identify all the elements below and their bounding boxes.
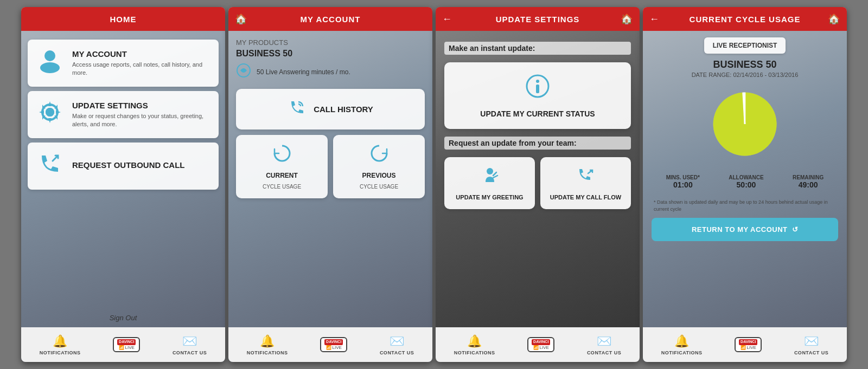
settings-card-desc: Make or request changes to your status, … — [72, 112, 210, 129]
update-call-flow-label: UPDATE MY CALL FLOW — [550, 194, 621, 200]
wifi-icon: 📶 — [119, 345, 124, 350]
svg-point-10 — [487, 168, 493, 174]
footer-notifications-3[interactable]: 🔔 NOTIFICATIONS — [454, 334, 495, 355]
remaining-label: REMAINING — [793, 174, 824, 180]
current-cycle-sub: CYCLE USAGE — [263, 184, 301, 190]
outbound-call-card[interactable]: REQUEST OUTBOUND CALL — [28, 143, 219, 190]
update-settings-card[interactable]: UPDATE SETTINGS Make or request changes … — [28, 91, 219, 138]
call-history-icon — [288, 98, 307, 121]
pie-svg — [710, 89, 780, 159]
home-content: MY ACCOUNT Access usage reports, call no… — [21, 31, 225, 327]
greeting-icon — [480, 166, 500, 190]
allowance-value: 50:00 — [729, 180, 763, 189]
call-history-button[interactable]: CALL HISTORY — [236, 89, 425, 130]
update-call-flow-button[interactable]: UPDATE MY CALL FLOW — [540, 157, 631, 209]
back-icon-3[interactable]: ← — [442, 14, 452, 25]
footer-notifications-4[interactable]: 🔔 NOTIFICATIONS — [661, 334, 703, 355]
davinci-badge-4: DAVINCI — [739, 339, 757, 345]
contact-label-2: CONTACT US — [380, 350, 414, 355]
home-footer: 🔔 NOTIFICATIONS DAVINCI 📶 LIVE ✉️ CONTAC… — [21, 327, 225, 362]
refresh-icon: ↺ — [792, 225, 799, 234]
contact-icon-2: ✉️ — [390, 334, 404, 348]
remaining-value: 49:00 — [793, 180, 824, 189]
footer-davinci-live-2[interactable]: DAVINCI 📶 LIVE — [320, 337, 347, 352]
usage-inner: LIVE RECEPTIONIST BUSINESS 50 DATE RANGE… — [643, 31, 847, 327]
footer-contact-us-4[interactable]: ✉️ CONTACT US — [794, 334, 828, 355]
wifi-icon-4: 📶 — [741, 345, 746, 350]
outbound-call-icon — [36, 150, 63, 182]
footer-notifications-2[interactable]: 🔔 NOTIFICATIONS — [247, 334, 288, 355]
home-nav-icon[interactable]: 🏠 — [235, 13, 247, 25]
wifi-icon-2: 📶 — [326, 345, 331, 350]
my-account-content-wrap: MY PRODUCTS BUSINESS 50 50 Live Answerin… — [228, 31, 432, 327]
notifications-label-4: NOTIFICATIONS — [661, 350, 703, 355]
footer-contact-us-3[interactable]: ✉️ CONTACT US — [587, 334, 621, 355]
previous-cycle-icon — [369, 144, 389, 167]
settings-icon — [36, 99, 63, 131]
account-card-title: MY ACCOUNT — [72, 49, 210, 59]
home-icon-4[interactable]: 🏠 — [828, 13, 840, 25]
screen-home: HOME MY ACCOUNT Access usage reports, ca… — [21, 7, 225, 362]
screens-container: HOME MY ACCOUNT Access usage reports, ca… — [0, 0, 868, 369]
update-status-button[interactable]: UPDATE MY CURRENT STATUS — [444, 62, 631, 129]
bell-icon-3: 🔔 — [467, 334, 482, 348]
sign-out-link[interactable]: Sign Out — [21, 308, 225, 327]
my-account-inner: MY PRODUCTS BUSINESS 50 50 Live Answerin… — [228, 31, 432, 327]
business-50-block: BUSINESS 50 DATE RANGE: 02/14/2016 - 03/… — [652, 59, 838, 78]
update-team-buttons: UPDATE MY GREETING UPDATE MY CALL FLOW — [444, 157, 631, 209]
footer-davinci-live-3[interactable]: DAVINCI 📶 LIVE — [527, 337, 554, 352]
update-greeting-button[interactable]: UPDATE MY GREETING — [444, 157, 535, 209]
my-products-label: MY PRODUCTS — [236, 38, 425, 47]
svg-point-8 — [536, 80, 539, 83]
svg-rect-9 — [536, 85, 539, 93]
current-cycle-content: LIVE RECEPTIONIST BUSINESS 50 DATE RANGE… — [643, 31, 847, 327]
current-cycle-icon — [272, 144, 292, 167]
wifi-icon-3: 📶 — [533, 345, 539, 350]
allowance-label: ALLOWANCE — [729, 174, 763, 180]
davinci-badge: DAVINCI — [117, 339, 136, 345]
business-50-title: BUSINESS 50 — [236, 49, 425, 59]
settings-card-text: UPDATE SETTINGS Make or request changes … — [72, 101, 210, 129]
svg-point-6 — [242, 69, 245, 72]
footer-davinci-live[interactable]: DAVINCI 📶 LIVE — [113, 337, 140, 352]
update-settings-title: UPDATE SETTINGS — [496, 15, 580, 24]
product-desc: 50 Live Answering minutes / mo. — [257, 68, 350, 76]
contact-label-4: CONTACT US — [794, 350, 828, 355]
live-receptionist-tab[interactable]: LIVE RECEPTIONIST — [704, 37, 786, 54]
account-icon — [36, 47, 63, 79]
contact-icon-4: ✉️ — [804, 334, 819, 348]
return-to-account-button[interactable]: RETURN TO MY ACCOUNT ↺ — [652, 218, 838, 241]
outbound-card-text: REQUEST OUTBOUND CALL — [72, 160, 185, 172]
footer-contact-us-2[interactable]: ✉️ CONTACT US — [380, 334, 414, 355]
live-text-2: 📶 LIVE — [326, 345, 342, 350]
davinci-live-button[interactable]: DAVINCI 📶 LIVE — [113, 337, 140, 352]
current-cycle-button[interactable]: CURRENT CYCLE USAGE — [236, 135, 328, 198]
footer-davinci-live-4[interactable]: DAVINCI 📶 LIVE — [735, 337, 762, 352]
my-account-header: 🏠 MY ACCOUNT — [228, 7, 432, 31]
call-flow-icon — [576, 166, 596, 190]
svg-point-4 — [46, 108, 54, 116]
date-range: DATE RANGE: 02/14/2016 - 03/13/2016 — [652, 72, 838, 78]
davinci-live-button-4[interactable]: DAVINCI 📶 LIVE — [735, 337, 762, 352]
account-card-desc: Access usage reports, call notes, call h… — [72, 61, 210, 77]
back-icon-4[interactable]: ← — [649, 14, 660, 25]
my-account-card[interactable]: MY ACCOUNT Access usage reports, call no… — [28, 40, 219, 87]
live-text: 📶 LIVE — [119, 345, 135, 350]
davinci-live-button-3[interactable]: DAVINCI 📶 LIVE — [527, 337, 554, 352]
notifications-label: NOTIFICATIONS — [40, 350, 81, 355]
account-card-text: MY ACCOUNT Access usage reports, call no… — [72, 49, 210, 77]
footer-contact-us[interactable]: ✉️ CONTACT US — [173, 334, 207, 355]
update-settings-inner: Make an instant update: UPDATE MY CURREN… — [436, 31, 640, 327]
davinci-badge-3: DAVINCI — [532, 339, 550, 345]
pie-chart — [710, 89, 780, 159]
notifications-label-2: NOTIFICATIONS — [247, 350, 288, 355]
footer-notifications[interactable]: 🔔 NOTIFICATIONS — [40, 334, 81, 355]
current-cycle-label: CURRENT — [266, 172, 298, 179]
product-row: 50 Live Answering minutes / mo. — [236, 63, 425, 81]
current-cycle-footer: 🔔 NOTIFICATIONS DAVINCI 📶 LIVE ✉️ CONTAC… — [643, 327, 847, 362]
home-icon-3[interactable]: 🏠 — [621, 13, 633, 25]
home-title: HOME — [110, 15, 137, 24]
previous-cycle-button[interactable]: PREVIOUS CYCLE USAGE — [333, 135, 425, 198]
davinci-live-button-2[interactable]: DAVINCI 📶 LIVE — [320, 337, 347, 352]
update-greeting-label: UPDATE MY GREETING — [456, 194, 523, 200]
